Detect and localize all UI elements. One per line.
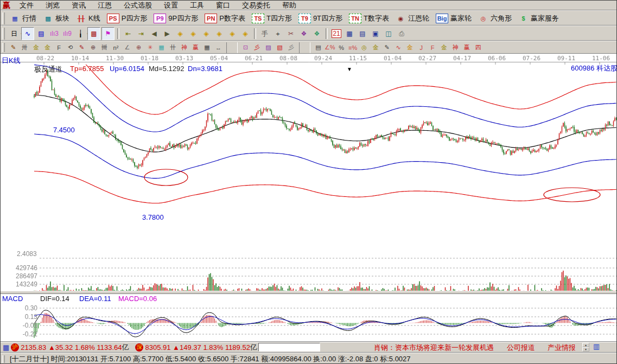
p-digit-button[interactable]: PN P数字表 bbox=[202, 12, 247, 25]
pan-right-icon[interactable]: ◈ bbox=[187, 28, 199, 40]
gold-lines-icon[interactable]: 金 bbox=[371, 42, 381, 53]
pencil-tool-icon[interactable]: ✎ bbox=[8, 42, 18, 53]
menu-item[interactable]: 文件 bbox=[14, 1, 40, 10]
menu-item[interactable]: 公式选股 bbox=[118, 1, 158, 10]
gann-wheel-button[interactable]: ◉ 江恩轮 bbox=[393, 12, 431, 25]
gold-tool-a-icon[interactable]: 金 bbox=[31, 42, 41, 53]
menu-item[interactable]: 江恩 bbox=[92, 1, 118, 10]
period-day-selector[interactable]: 日 bbox=[8, 28, 20, 40]
fan-grid-purple-icon[interactable]: ▨ bbox=[263, 42, 273, 53]
pan-left-icon[interactable]: ◈ bbox=[174, 28, 186, 40]
drawing-tool-icon[interactable] bbox=[226, 42, 238, 53]
percent-lines-icon[interactable]: ≡% bbox=[348, 42, 358, 53]
expand-icon[interactable]: ◈ bbox=[226, 28, 238, 40]
news-scroll-spinner[interactable]: ▲▼ bbox=[582, 343, 589, 352]
star-rays-icon[interactable]: ✳ bbox=[145, 42, 155, 53]
gann-compass-icon[interactable]: ⊕ bbox=[133, 42, 144, 53]
status-chart-icon[interactable]: ▥ bbox=[593, 342, 600, 350]
price-scale-icon[interactable]: ▤ bbox=[313, 42, 323, 53]
menu-item[interactable]: 资讯 bbox=[66, 1, 92, 10]
zoom-horizontal-icon[interactable]: ◈ bbox=[200, 28, 212, 40]
gold-angle-icon[interactable]: 金 bbox=[439, 42, 449, 53]
time-circle-icon[interactable]: ⊕ bbox=[88, 42, 98, 53]
9p-square-button[interactable]: P9 9P四方形 bbox=[151, 12, 200, 25]
ornament-purple-icon[interactable]: ❖ bbox=[298, 28, 310, 40]
menu-item[interactable]: 设置 bbox=[158, 1, 184, 10]
double-lines-icon[interactable]: 卄 bbox=[168, 42, 178, 53]
pen-ruler-icon[interactable]: ✎ bbox=[77, 42, 87, 53]
spiral-icon[interactable]: ⟲ bbox=[65, 42, 75, 53]
tool-icon[interactable] bbox=[326, 28, 328, 39]
gold-circle-icon[interactable]: ◎ bbox=[359, 42, 370, 53]
candle-type-icon[interactable]: ╽ bbox=[74, 28, 86, 40]
toolbar-grip[interactable] bbox=[2, 12, 5, 24]
notebook-icon[interactable]: ▤ bbox=[357, 28, 368, 40]
t-digit-button[interactable]: TN T数字表 bbox=[347, 12, 391, 25]
menu-item[interactable]: 窗口 bbox=[210, 1, 236, 10]
calendar-icon[interactable]: 21 bbox=[330, 28, 342, 40]
bars-3-icon[interactable]: ılı3 bbox=[48, 28, 60, 40]
box-corners-icon[interactable]: ⊡ bbox=[240, 42, 251, 53]
panel-label-daily-kline[interactable]: 日K线 bbox=[2, 56, 21, 66]
step-forward-icon[interactable]: ▶ bbox=[161, 28, 173, 40]
angle-fan-icon[interactable]: ∠ bbox=[122, 42, 132, 53]
fit-all-icon[interactable]: ◈ bbox=[239, 28, 251, 40]
grid-numbers-icon[interactable]: ▦ bbox=[202, 42, 212, 53]
jump-first-icon[interactable]: ⇤ bbox=[122, 28, 134, 40]
company-report-link[interactable]: 公司报道 bbox=[507, 343, 535, 353]
stock-code-name[interactable]: 600986 科达股 bbox=[571, 63, 617, 73]
fan-gray-icon[interactable]: 彡 bbox=[286, 42, 296, 53]
percent-icon[interactable]: % bbox=[336, 42, 347, 53]
news-ticker[interactable]: 肖钢：资本市场将迎来新一轮发展机遇 bbox=[374, 343, 494, 353]
network-icon[interactable]: ◫ bbox=[383, 28, 395, 40]
ornament-green-icon[interactable]: ❖ bbox=[311, 28, 323, 40]
menu-item[interactable]: 帮助 bbox=[276, 1, 302, 10]
save-icon[interactable]: ▣ bbox=[370, 28, 381, 40]
gold-tool-b-icon[interactable]: 金 bbox=[42, 42, 53, 53]
winner-service-button[interactable]: $ 赢家服务 bbox=[516, 12, 561, 25]
p-square-button[interactable]: PS P四方形 bbox=[105, 12, 150, 25]
winner-wheel-button[interactable]: Big 赢家轮 bbox=[434, 12, 474, 25]
shen-angle-icon[interactable]: 神 bbox=[450, 42, 461, 53]
crosshair-tool-icon[interactable]: ＋ bbox=[272, 28, 284, 40]
menu-item[interactable]: 浏览 bbox=[40, 1, 66, 10]
f-angle-icon[interactable]: F bbox=[428, 42, 438, 53]
panel-splitter[interactable] bbox=[1, 291, 617, 294]
fib-f-icon[interactable]: F bbox=[54, 42, 64, 53]
menu-item[interactable]: 工具 bbox=[184, 1, 210, 10]
tool-icon[interactable] bbox=[254, 28, 256, 39]
ruler-comb-icon[interactable]: 卌 bbox=[99, 42, 110, 53]
printer-icon[interactable]: ⎙ bbox=[396, 28, 408, 40]
quick-code-input[interactable] bbox=[258, 343, 320, 352]
bars-9-icon[interactable]: ılı9 bbox=[61, 28, 73, 40]
hexagon-button[interactable]: ◎ 六角形 bbox=[476, 12, 514, 25]
si-angle-icon[interactable]: 四 bbox=[473, 42, 484, 53]
macd-panel-label[interactable]: MACD bbox=[2, 295, 23, 303]
toolbar-grip[interactable] bbox=[2, 28, 5, 40]
indicator-name[interactable]: 极反通道 bbox=[34, 65, 62, 74]
statusbar-grip[interactable] bbox=[2, 355, 5, 363]
shen-tool-icon[interactable]: 神 bbox=[179, 42, 189, 53]
industry-info-link[interactable]: 产业情报 bbox=[548, 343, 576, 353]
fan-grid-red-icon[interactable]: ▧ bbox=[275, 42, 285, 53]
quote-grid-icon[interactable]: ▦ bbox=[3, 343, 9, 352]
j-angle-icon[interactable]: J bbox=[416, 42, 427, 53]
fan-red-icon[interactable]: 彡 bbox=[252, 42, 262, 53]
grid-star-icon[interactable]: ▦ bbox=[156, 42, 167, 53]
t-square-button[interactable]: TS T四方形 bbox=[250, 12, 294, 25]
gold-underline-icon[interactable]: 金 bbox=[405, 42, 415, 53]
main-chart-icon[interactable]: ∿ bbox=[21, 27, 34, 40]
sectors-button[interactable]: ▩ 板块 bbox=[41, 12, 72, 25]
percent-slash-icon[interactable]: ∠% bbox=[325, 42, 335, 53]
menu-item[interactable]: 交易委托 bbox=[236, 1, 276, 10]
flag-marker-icon[interactable]: ⚑ bbox=[101, 27, 115, 40]
spin-up-icon[interactable]: ▲ bbox=[582, 343, 589, 347]
pattern-grid-icon[interactable]: ▩ bbox=[87, 27, 100, 40]
spin-down-icon[interactable]: ▼ bbox=[582, 347, 589, 352]
ying-tool-icon[interactable]: 赢 bbox=[190, 42, 201, 53]
width-arrows-icon[interactable]: ↔ bbox=[213, 42, 224, 53]
cut-tool-icon[interactable]: ✂ bbox=[285, 28, 297, 40]
pen-small-icon[interactable]: ✎ bbox=[382, 42, 392, 53]
ying-angle-icon[interactable]: 赢 bbox=[462, 42, 472, 53]
calculator-icon[interactable]: ▦ bbox=[344, 28, 355, 40]
